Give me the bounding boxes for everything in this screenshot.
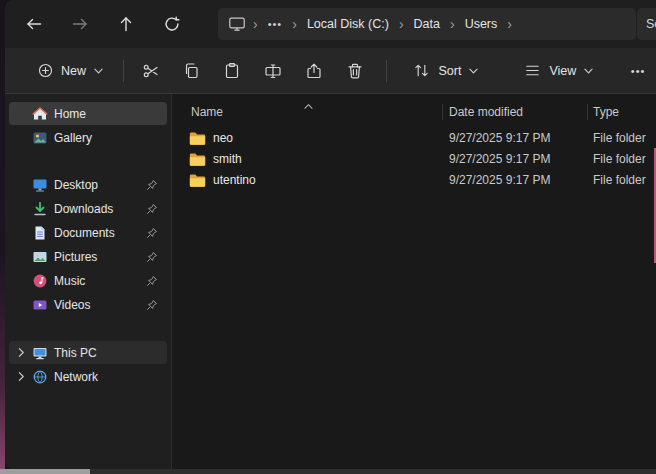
file-date-modified: 9/27/2025 9:17 PM: [449, 152, 550, 166]
sidebar-item-downloads[interactable]: Downloads: [9, 197, 167, 220]
column-header-type[interactable]: Type: [593, 105, 619, 119]
home-icon: [32, 106, 54, 122]
arrow-right-icon: [71, 15, 89, 33]
file-type: File folder: [593, 131, 646, 145]
pin-icon: [146, 203, 158, 215]
column-divider[interactable]: [587, 104, 588, 120]
file-explorer-window: › ••• › Local Disk (C:) › Data › Users ›…: [5, 0, 656, 469]
delete-button[interactable]: [337, 54, 373, 88]
sidebar-item-label: This PC: [54, 346, 167, 360]
downloads-icon: [32, 201, 54, 217]
pictures-icon: [32, 249, 54, 265]
arrow-left-icon: [25, 15, 43, 33]
sidebar-item-label: Gallery: [54, 131, 167, 145]
sidebar-item-pictures[interactable]: Pictures: [9, 245, 167, 268]
sidebar-item-videos[interactable]: Videos: [9, 293, 167, 316]
sidebar-item-home[interactable]: Home: [9, 102, 167, 125]
sidebar-item-documents[interactable]: Documents: [9, 221, 167, 244]
up-button[interactable]: [109, 7, 143, 41]
file-row-utentino[interactable]: utentino 9/27/2025 9:17 PM File folder: [172, 170, 656, 191]
view-label: View: [549, 64, 576, 78]
breadcrumb-chevron-icon: ›: [292, 17, 297, 31]
search-input[interactable]: Se: [637, 8, 656, 40]
sidebar-separator: [5, 150, 171, 173]
folder-icon: [189, 173, 206, 190]
sidebar-item-gallery[interactable]: Gallery: [9, 126, 167, 149]
file-list-pane: Name Date modified Type neo 9/27/2025 9:…: [171, 94, 656, 469]
sidebar-item-label: Downloads: [54, 202, 146, 216]
arrow-up-icon: [117, 15, 135, 33]
column-divider[interactable]: [442, 104, 443, 120]
chevron-down-icon: [584, 68, 593, 74]
copy-icon: [183, 62, 201, 80]
file-row-smith[interactable]: smith 9/27/2025 9:17 PM File folder: [172, 149, 656, 170]
breadcrumb-chevron-icon: ›: [507, 17, 512, 31]
file-name: smith: [213, 152, 242, 166]
more-options-button[interactable]: •••: [620, 54, 656, 88]
sidebar-item-label: Documents: [54, 226, 146, 240]
breadcrumb-data[interactable]: Data: [411, 15, 443, 33]
folder-icon: [189, 152, 206, 169]
sort-button[interactable]: Sort: [402, 54, 489, 88]
this-pc-icon: [228, 15, 246, 33]
sidebar-item-desktop[interactable]: Desktop: [9, 173, 167, 196]
breadcrumb-local-disk[interactable]: Local Disk (C:): [304, 15, 392, 33]
navigation-pane: Home Gallery Desktop: [5, 94, 171, 469]
music-icon: [32, 273, 54, 289]
network-icon: [32, 369, 54, 385]
expand-chevron-icon[interactable]: [18, 371, 32, 382]
cut-button[interactable]: [133, 54, 169, 88]
breadcrumb-chevron-icon: ›: [450, 17, 455, 31]
expand-chevron-icon[interactable]: [18, 347, 32, 358]
sidebar-item-label: Home: [54, 107, 167, 121]
videos-icon: [32, 297, 54, 313]
trash-icon: [346, 62, 364, 80]
pin-icon: [146, 299, 158, 311]
column-header-name[interactable]: Name: [191, 105, 223, 119]
sort-arrows-icon: [413, 62, 430, 79]
desktop-edge-bottom-dark: [90, 469, 656, 474]
forward-button[interactable]: [63, 7, 97, 41]
view-button[interactable]: View: [513, 54, 604, 88]
scissors-icon: [142, 62, 160, 80]
screen: › ••• › Local Disk (C:) › Data › Users ›…: [0, 0, 656, 474]
breadcrumb-overflow-button[interactable]: •••: [265, 16, 286, 32]
sidebar-item-network[interactable]: Network: [9, 365, 167, 388]
desktop-edge-bottom-light: [0, 469, 90, 474]
pin-icon: [146, 251, 158, 263]
documents-icon: [32, 225, 54, 241]
address-bar[interactable]: › ••• › Local Disk (C:) › Data › Users ›: [218, 8, 636, 40]
gallery-icon: [32, 130, 54, 146]
refresh-icon: [163, 15, 181, 33]
new-button[interactable]: New: [27, 54, 114, 88]
back-button[interactable]: [17, 7, 51, 41]
refresh-button[interactable]: [155, 7, 189, 41]
rename-button[interactable]: [255, 54, 291, 88]
chevron-down-icon: [469, 68, 478, 74]
rename-icon: [264, 62, 282, 80]
file-type: File folder: [593, 152, 646, 166]
sidebar-item-music[interactable]: Music: [9, 269, 167, 292]
navigation-bar: › ••• › Local Disk (C:) › Data › Users ›…: [5, 0, 656, 48]
column-header-date-modified[interactable]: Date modified: [449, 105, 523, 119]
file-type: File folder: [593, 173, 646, 187]
pin-icon: [146, 179, 158, 191]
file-row-neo[interactable]: neo 9/27/2025 9:17 PM File folder: [172, 128, 656, 149]
sidebar-item-label: Pictures: [54, 250, 146, 264]
sidebar-item-this-pc[interactable]: This PC: [9, 341, 167, 364]
command-toolbar: New S: [5, 48, 656, 94]
share-button[interactable]: [296, 54, 332, 88]
file-rows: neo 9/27/2025 9:17 PM File folder smith …: [172, 128, 656, 191]
share-icon: [305, 62, 323, 80]
copy-button[interactable]: [174, 54, 210, 88]
window-body: Home Gallery Desktop: [5, 94, 656, 469]
breadcrumb-users[interactable]: Users: [462, 15, 501, 33]
sidebar-item-label: Desktop: [54, 178, 146, 192]
new-label: New: [61, 64, 86, 78]
sidebar-separator: [5, 317, 171, 341]
breadcrumb-chevron-icon: ›: [253, 17, 258, 31]
this-pc-icon: [32, 345, 54, 361]
file-name: utentino: [213, 173, 256, 187]
paste-button[interactable]: [214, 54, 250, 88]
pin-icon: [146, 227, 158, 239]
